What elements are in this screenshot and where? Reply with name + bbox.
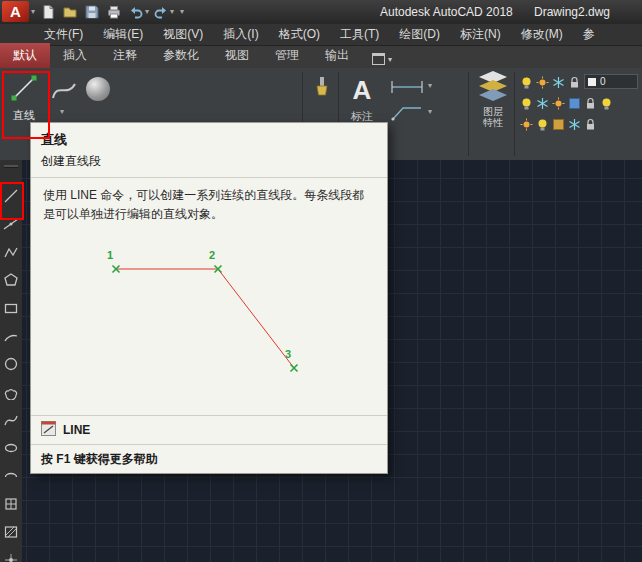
diagram-point-1-label: 1 <box>107 249 113 261</box>
hatch-icon[interactable] <box>3 524 19 540</box>
polygon-icon[interactable] <box>3 272 19 288</box>
ribbon-tab-insert[interactable]: 插入 <box>50 43 100 68</box>
layer-color-swatch <box>588 78 596 86</box>
sun-icon[interactable] <box>536 75 549 88</box>
snowflake-icon[interactable] <box>568 117 581 130</box>
snowflake-icon[interactable] <box>536 96 549 109</box>
snowflake-icon[interactable] <box>552 75 565 88</box>
ribbon-tab-parametric[interactable]: 参数化 <box>150 43 212 68</box>
point-icon[interactable] <box>3 552 19 562</box>
menu-parametric[interactable]: 参 <box>573 23 605 46</box>
leader-dimension-icon[interactable] <box>390 104 424 126</box>
ribbon-options-button[interactable]: ▾ <box>372 53 392 68</box>
current-layer-dropdown[interactable]: 0 <box>584 74 638 89</box>
ribbon-tab-annotate[interactable]: 注释 <box>100 43 150 68</box>
layer-properties-button[interactable]: 图层 特性 <box>474 70 512 134</box>
polyline-caret-icon[interactable]: ▾ <box>60 108 64 116</box>
tooltip-subtitle: 创建直线段 <box>31 151 387 177</box>
color-swatch-icon[interactable] <box>568 96 581 109</box>
layers-label-line1: 图层 <box>474 106 512 117</box>
panel-separator <box>514 72 515 156</box>
app-title: Autodesk AutoCAD 2018 <box>380 5 513 19</box>
circle-tool-icon[interactable] <box>86 77 110 101</box>
ribbon-tab-manage[interactable]: 管理 <box>262 43 312 68</box>
construction-line-icon[interactable] <box>3 216 19 232</box>
lock-icon[interactable] <box>584 117 597 130</box>
insert-block-icon[interactable] <box>3 496 19 512</box>
menu-modify[interactable]: 修改(M) <box>511 23 573 46</box>
menu-draw[interactable]: 绘图(D) <box>389 23 450 46</box>
ribbon-tab-home[interactable]: 默认 <box>0 43 50 68</box>
diagram-point-3-label: 3 <box>285 348 291 360</box>
ellipse-icon[interactable] <box>3 440 19 456</box>
polyline-icon[interactable] <box>3 244 19 260</box>
lightbulb-icon[interactable] <box>520 75 533 88</box>
lock-icon[interactable] <box>584 96 597 109</box>
line-tool-tooltip: 直线 创建直线段 使用 LINE 命令，可以创建一系列连续的直线段。每条线段都是… <box>30 122 388 474</box>
line-icon[interactable] <box>3 188 19 204</box>
layers-stack-icon <box>476 70 510 102</box>
sun-icon[interactable] <box>520 117 533 130</box>
spline-icon[interactable] <box>3 412 19 428</box>
line-tool-label: 直线 <box>13 108 35 123</box>
tooltip-description: 使用 LINE 命令，可以创建一系列连续的直线段。每条线段都是可以单独进行编辑的… <box>31 178 387 225</box>
new-file-icon[interactable] <box>40 4 56 20</box>
layers-label-line2: 特性 <box>474 117 512 128</box>
tooltip-title: 直线 <box>31 123 387 151</box>
dimension-caret-icon[interactable]: ▾ <box>428 82 432 90</box>
lightbulb-icon[interactable] <box>520 96 533 109</box>
ribbon-tab-view[interactable]: 视图 <box>212 43 262 68</box>
panel-separator <box>468 72 469 156</box>
qat-overflow-caret-icon[interactable]: ▾ <box>180 8 184 16</box>
current-layer-name: 0 <box>600 76 606 87</box>
circle-icon[interactable] <box>3 356 19 372</box>
redo-icon[interactable] <box>153 4 169 20</box>
arc-icon[interactable] <box>3 328 19 344</box>
ribbon-panel-icon <box>372 53 385 65</box>
linear-dimension-icon[interactable] <box>390 78 424 100</box>
menu-dimension[interactable]: 标注(N) <box>450 23 511 46</box>
autocad-logo-icon[interactable]: A <box>2 1 29 22</box>
title-bar: A ▾ ▾ ▾ ▾ Autodesk AutoCAD 2018 Drawing2… <box>0 0 642 25</box>
line-command-icon <box>41 421 56 439</box>
ellipse-arc-icon[interactable] <box>3 468 19 484</box>
draw-toolbar <box>0 160 23 562</box>
sun-icon[interactable] <box>552 96 565 109</box>
polyline-tool-icon[interactable] <box>50 76 78 108</box>
autocad-window: A ▾ ▾ ▾ ▾ Autodesk AutoCAD 2018 Drawing2… <box>0 0 642 562</box>
revision-cloud-icon[interactable] <box>3 384 19 400</box>
ribbon-options-caret-icon: ▾ <box>388 55 392 64</box>
match-properties-brush-icon[interactable] <box>312 76 332 104</box>
point-marker-icon <box>113 266 298 372</box>
redo-caret-icon[interactable]: ▾ <box>170 8 174 16</box>
toolbar-grip[interactable] <box>4 165 18 168</box>
plot-icon[interactable] <box>106 4 122 20</box>
document-title: Drawing2.dwg <box>534 5 610 19</box>
color-swatch-icon[interactable] <box>552 117 565 130</box>
logo-menu-caret-icon[interactable]: ▾ <box>31 7 35 17</box>
save-icon[interactable] <box>84 4 100 20</box>
lightbulb-icon[interactable] <box>600 96 613 109</box>
diagram-point-2-label: 2 <box>209 249 215 261</box>
undo-caret-icon[interactable]: ▾ <box>145 8 149 16</box>
open-file-icon[interactable] <box>62 4 78 20</box>
lightbulb-icon[interactable] <box>536 117 549 130</box>
ribbon-tab-bar: 默认 插入 注释 参数化 视图 管理 输出 ▾ <box>0 46 642 68</box>
line-tool-icon <box>9 71 39 103</box>
lock-icon[interactable] <box>568 75 581 88</box>
undo-icon[interactable] <box>128 4 144 20</box>
tooltip-command-name: LINE <box>63 423 90 437</box>
line-example-diagram: 1 2 3 <box>39 227 379 415</box>
text-style-button[interactable]: A <box>344 73 380 107</box>
ribbon-tab-output[interactable]: 输出 <box>312 43 362 68</box>
tooltip-f1-hint: 按 F1 键获得更多帮助 <box>31 445 387 474</box>
leader-caret-icon[interactable]: ▾ <box>428 108 432 116</box>
rectangle-icon[interactable] <box>3 300 19 316</box>
